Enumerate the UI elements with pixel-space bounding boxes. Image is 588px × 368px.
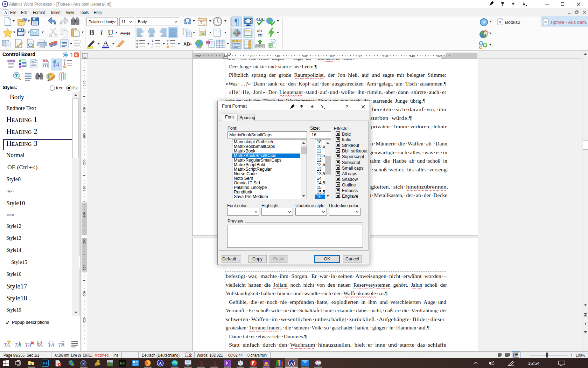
- svg-text:A: A: [103, 39, 108, 47]
- svg-text:?: ?: [345, 104, 348, 109]
- svg-text:160: 160: [436, 54, 442, 58]
- svg-text:260: 260: [83, 238, 86, 244]
- svg-text:TA: TA: [25, 342, 31, 348]
- svg-text:320: 320: [83, 317, 86, 322]
- svg-text:80: 80: [330, 54, 334, 58]
- svg-text:A: A: [159, 361, 162, 366]
- svg-text:A: A: [4, 2, 7, 6]
- svg-text:40: 40: [276, 54, 280, 58]
- svg-text:A: A: [290, 361, 293, 366]
- svg-text:100: 100: [356, 54, 361, 58]
- svg-text:?: ?: [70, 52, 73, 57]
- svg-text:220: 220: [83, 186, 86, 191]
- svg-text:300: 300: [83, 291, 86, 296]
- svg-text:ABC: ABC: [255, 16, 265, 22]
- svg-text:TA: TA: [58, 342, 65, 348]
- svg-text:120: 120: [383, 54, 388, 58]
- svg-text:2: 2: [80, 45, 82, 49]
- svg-text:3: 3: [152, 45, 153, 48]
- svg-text:1: 1: [64, 62, 66, 66]
- svg-text:A: A: [4, 10, 7, 15]
- svg-text:140: 140: [410, 54, 415, 58]
- svg-text:1: 1: [167, 42, 168, 46]
- svg-text:180: 180: [83, 133, 86, 138]
- svg-text:160: 160: [83, 107, 86, 112]
- svg-text:A: A: [544, 20, 547, 24]
- svg-text:S: S: [82, 361, 85, 366]
- svg-text:240: 240: [83, 212, 86, 217]
- svg-text:20: 20: [250, 54, 253, 58]
- svg-text:A: A: [55, 61, 60, 68]
- svg-text:7: 7: [200, 20, 203, 25]
- svg-text:200: 200: [83, 159, 86, 165]
- svg-text:60: 60: [303, 54, 307, 58]
- svg-text:280: 280: [83, 265, 86, 270]
- svg-text:λ: λ: [239, 361, 240, 363]
- svg-text:A: A: [499, 20, 502, 24]
- svg-text:2: 2: [80, 40, 82, 43]
- svg-text:20: 20: [196, 54, 200, 58]
- svg-text:?: ?: [482, 19, 485, 25]
- svg-text:140: 140: [83, 81, 86, 86]
